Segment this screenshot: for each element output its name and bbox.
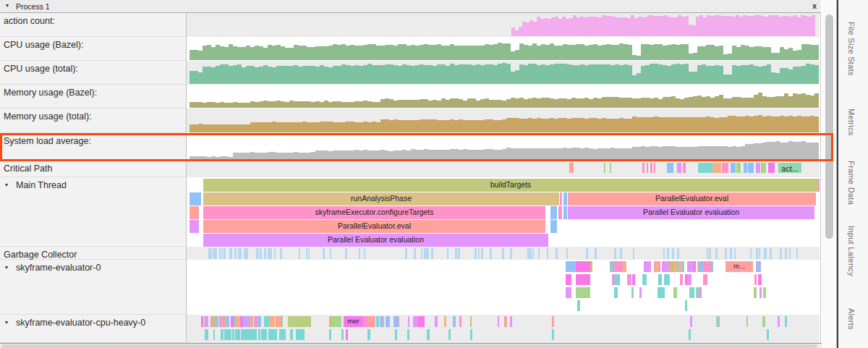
slice[interactable]	[687, 261, 694, 272]
slice[interactable]	[756, 163, 760, 173]
slice[interactable]	[201, 316, 203, 327]
slice-skyframeexecutor-configuretargets[interactable]: skyframeExecutor.configureTargets	[203, 206, 545, 219]
slice[interactable]	[394, 316, 398, 327]
slice[interactable]	[587, 248, 589, 259]
slice[interactable]	[610, 261, 614, 272]
slice[interactable]	[425, 248, 427, 259]
slice[interactable]	[470, 316, 472, 327]
slice[interactable]	[547, 248, 549, 259]
slice[interactable]	[332, 316, 341, 327]
slice[interactable]	[264, 248, 266, 259]
slice[interactable]	[459, 316, 461, 327]
slice[interactable]	[661, 287, 665, 298]
slice[interactable]	[664, 274, 666, 285]
slice[interactable]	[254, 316, 255, 327]
slice[interactable]	[288, 316, 311, 327]
slice[interactable]	[421, 248, 422, 259]
slice[interactable]	[722, 163, 728, 173]
slice[interactable]	[689, 287, 692, 298]
slice[interactable]	[736, 163, 741, 173]
slice[interactable]	[427, 248, 428, 259]
slice[interactable]	[212, 316, 216, 327]
slice[interactable]	[274, 248, 276, 259]
slice[interactable]	[221, 329, 224, 340]
slice[interactable]	[647, 163, 648, 173]
slice[interactable]	[422, 316, 425, 327]
chart-gc[interactable]	[187, 247, 820, 260]
slice[interactable]	[734, 248, 736, 259]
slice[interactable]	[595, 248, 597, 259]
slice[interactable]	[236, 329, 239, 340]
slice[interactable]	[667, 248, 668, 259]
slice[interactable]	[677, 248, 678, 259]
slice[interactable]	[427, 329, 430, 340]
slice[interactable]	[746, 316, 749, 327]
chart-heavy[interactable]: mer	[187, 315, 820, 343]
slice[interactable]	[763, 287, 766, 298]
slice[interactable]	[658, 287, 661, 298]
slice[interactable]	[407, 329, 409, 340]
slice[interactable]	[778, 316, 780, 327]
slice[interactable]	[251, 316, 254, 327]
slice[interactable]	[563, 206, 567, 219]
slice[interactable]	[631, 287, 634, 298]
slice[interactable]	[760, 287, 761, 298]
slice[interactable]	[614, 248, 616, 259]
slice-parallelevaluator-eval[interactable]: ParallelEvaluator.eval	[568, 192, 816, 205]
slice[interactable]	[380, 316, 383, 327]
slice[interactable]	[754, 287, 757, 298]
slice[interactable]	[538, 248, 540, 259]
tab-input-latency[interactable]: Input Latency	[847, 226, 856, 276]
slice[interactable]	[683, 163, 686, 173]
slice[interactable]	[560, 192, 562, 205]
slice[interactable]	[689, 329, 691, 340]
slice[interactable]	[490, 248, 492, 259]
slice[interactable]	[260, 248, 261, 259]
slice[interactable]	[229, 248, 231, 259]
slice[interactable]	[498, 316, 499, 327]
chart-cpu_total[interactable]	[187, 61, 820, 85]
chart-sysload[interactable]	[187, 133, 820, 161]
collapse-arrow-icon[interactable]: ▾	[5, 182, 8, 188]
slice[interactable]	[552, 316, 554, 327]
slice[interactable]	[273, 316, 275, 327]
close-icon[interactable]: x	[812, 1, 817, 10]
slice[interactable]	[367, 316, 375, 327]
slice-mer[interactable]: mer	[344, 316, 363, 327]
slice[interactable]	[224, 329, 229, 340]
slice[interactable]	[796, 248, 798, 259]
collapse-arrow-icon[interactable]: ▾	[6, 2, 9, 9]
slice-m---[interactable]: m...	[726, 261, 753, 272]
slice[interactable]	[758, 274, 760, 285]
row-label-heavy[interactable]: ▾skyframe-evaluator-cpu-heavy-0	[0, 315, 187, 343]
slice[interactable]	[341, 329, 344, 340]
slice[interactable]	[550, 206, 557, 219]
slice[interactable]	[716, 316, 718, 327]
slice[interactable]	[744, 163, 747, 173]
slice[interactable]	[478, 248, 480, 259]
slice[interactable]	[627, 274, 630, 285]
slice[interactable]	[678, 261, 683, 272]
slice[interactable]	[386, 316, 389, 327]
slice[interactable]	[703, 274, 707, 285]
slice[interactable]	[221, 248, 224, 259]
slice[interactable]	[323, 248, 325, 259]
slice[interactable]	[750, 248, 752, 259]
chart-action_count[interactable]	[187, 13, 820, 37]
slice[interactable]	[566, 261, 576, 272]
slice[interactable]	[529, 248, 532, 259]
slice[interactable]	[268, 248, 270, 259]
slice[interactable]	[266, 316, 269, 327]
slice[interactable]	[759, 248, 761, 259]
slice[interactable]	[210, 248, 212, 259]
slice[interactable]	[687, 274, 692, 285]
slice[interactable]	[672, 248, 673, 259]
slice[interactable]	[431, 248, 433, 259]
slice[interactable]	[673, 287, 677, 298]
slice[interactable]	[296, 329, 301, 340]
slice[interactable]	[550, 220, 557, 233]
slice[interactable]	[418, 316, 420, 327]
slice[interactable]	[748, 163, 754, 173]
slice[interactable]	[506, 316, 507, 327]
slice[interactable]	[576, 287, 590, 298]
